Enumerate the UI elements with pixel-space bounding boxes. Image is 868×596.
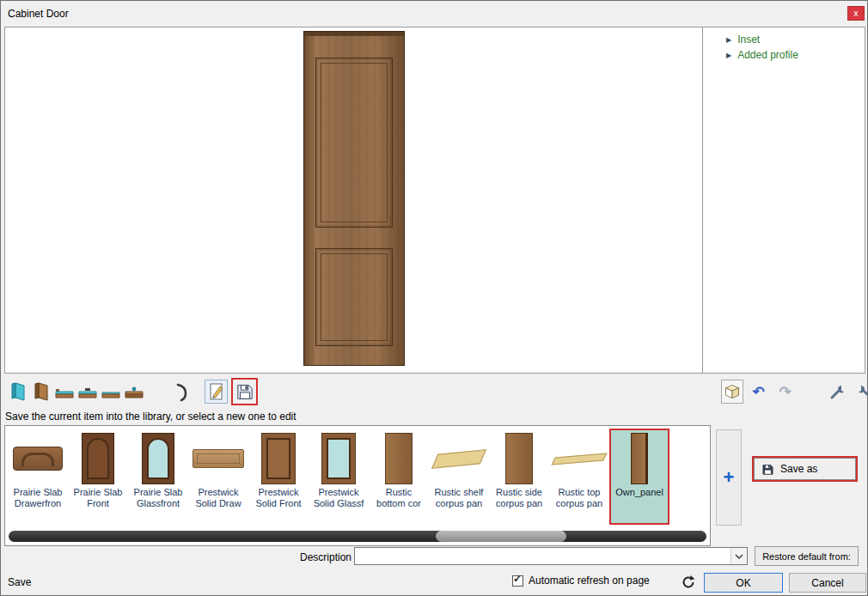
description-combobox[interactable] (354, 547, 748, 565)
tree-item-added-profile[interactable]: ▶ Added profile (703, 47, 865, 63)
tool-wrench-alt-icon[interactable] (853, 380, 868, 404)
library-item-label: Rustic top corpus pan (551, 487, 608, 509)
door-panel-bottom-inner (321, 253, 388, 341)
plus-icon: + (724, 466, 735, 489)
thumbnail-shelf-panel (429, 431, 489, 486)
library-item[interactable]: Prestwick Solid Front (248, 429, 309, 525)
thumbnail-door-front (248, 431, 309, 486)
library-item-label: Prestwick Solid Glassf (310, 487, 367, 509)
window-title: Cabinet Door (8, 8, 69, 20)
door-top-edge (304, 32, 404, 36)
tree-item-label: Added profile (737, 49, 798, 61)
thumbnail-panel (369, 431, 429, 486)
auto-refresh-group[interactable]: ✓ Automatic refresh on page (512, 575, 650, 587)
drawer-handle-icon[interactable] (76, 380, 99, 404)
library-item-label: Prairie Slab Glassfront (130, 487, 186, 509)
expand-arrow-icon[interactable]: ▶ (726, 36, 731, 44)
door-panel-top (315, 58, 393, 228)
library-item[interactable]: Rustic shelf corpus pan (429, 429, 489, 525)
add-item-button[interactable]: + (716, 429, 742, 526)
restore-default-button[interactable]: Restore default from: (755, 546, 859, 566)
library-item-label: Prestwick Solid Front (250, 487, 307, 509)
description-input[interactable] (355, 548, 730, 564)
profile-tree-panel: ▶ Inset ▶ Added profile (702, 27, 865, 374)
library-item-selected[interactable]: Own_panel (609, 429, 669, 525)
handle-icon[interactable] (169, 380, 193, 404)
door-panel-top-inner (321, 63, 388, 222)
library-item-label: Own_panel (611, 487, 668, 498)
drawer-knob-icon[interactable] (122, 380, 145, 404)
thumbnail-glass-front (128, 431, 188, 486)
thumbnail-own-panel (611, 431, 668, 486)
library-scrollbar-thumb[interactable] (436, 531, 566, 542)
library-item-label: Rustic bottom cor (370, 487, 427, 509)
refresh-icon[interactable] (676, 571, 700, 593)
thumbnail-glass-front (309, 431, 369, 486)
library-item[interactable]: Prairie Slab Front (68, 429, 128, 525)
auto-refresh-checkbox[interactable]: ✓ (512, 575, 523, 587)
tree-item-label: Inset (737, 33, 760, 46)
chevron-down-icon[interactable] (730, 548, 747, 564)
redo-icon[interactable]: ↷ (773, 380, 797, 404)
corpus-icon[interactable] (721, 380, 743, 404)
cancel-button[interactable]: Cancel (789, 573, 866, 593)
titlebar[interactable]: Cabinet Door x (1, 1, 867, 25)
save-icon-highlight (231, 378, 258, 405)
save-as-label: Save as (780, 463, 817, 475)
edit-item-icon[interactable] (205, 380, 228, 404)
tree-item-inset[interactable]: ▶ Inset (703, 32, 865, 47)
library-item[interactable]: Prairie Slab Drawerfron (8, 429, 68, 525)
library-item-label: Prairie Slab Drawerfron (9, 487, 66, 509)
cabinet-door-dialog: Cabinet Door x ▶ Inset ▶ Added profile (0, 0, 868, 596)
edit-toolbar (6, 379, 258, 404)
floppy-icon (761, 463, 774, 476)
thumbnail-panel (489, 431, 549, 486)
drawer-low-icon[interactable] (99, 380, 122, 404)
preview-area[interactable] (4, 27, 703, 374)
library-item[interactable]: Rustic top corpus pan (549, 429, 609, 525)
thumbnail-door-front (68, 431, 128, 486)
save-as-button[interactable]: Save as (754, 458, 856, 480)
glass-door-icon[interactable] (6, 380, 29, 404)
description-label: Description (293, 551, 351, 563)
view-toolbar: ↶ ↷ (721, 380, 868, 404)
drawer-front-icon[interactable] (52, 380, 76, 404)
auto-refresh-label: Automatic refresh on page (529, 575, 650, 587)
status-save-label: Save (8, 576, 31, 588)
library-item-label: Prairie Slab Front (70, 487, 126, 509)
library-item-label: Prestwick Solid Draw (190, 487, 247, 509)
library-item-row: Prairie Slab Drawerfron Prairie Slab Fro… (8, 429, 669, 525)
library-scrollbar[interactable] (9, 531, 706, 542)
save-as-highlight: Save as (752, 456, 858, 482)
close-button[interactable]: x (847, 6, 865, 21)
thumbnail-drawer-front (8, 431, 68, 486)
solid-door-icon[interactable] (29, 380, 52, 404)
cabinet-door-preview (303, 31, 405, 366)
library-item[interactable]: Prairie Slab Glassfront (128, 429, 188, 525)
library-instruction: Save the current item into the library, … (5, 411, 296, 423)
save-item-icon[interactable] (233, 380, 256, 404)
library-item[interactable]: Prestwick Solid Glassf (309, 429, 369, 525)
library-item-label: Rustic side corpus pan (491, 487, 547, 509)
thumbnail-drawer-front (188, 431, 248, 486)
library-item[interactable]: Rustic side corpus pan (489, 429, 549, 525)
thumbnail-shelf-panel (549, 431, 609, 486)
ok-button[interactable]: OK (704, 573, 783, 593)
tool-wrench-icon[interactable] (826, 380, 849, 404)
library-item[interactable]: Prestwick Solid Draw (188, 429, 248, 525)
expand-arrow-icon[interactable]: ▶ (726, 52, 731, 59)
library-panel: Prairie Slab Drawerfron Prairie Slab Fro… (4, 425, 711, 546)
undo-icon[interactable]: ↶ (747, 380, 770, 404)
door-panel-bottom (315, 248, 393, 346)
checkmark-icon: ✓ (513, 573, 522, 585)
library-item-label: Rustic shelf corpus pan (431, 487, 487, 509)
library-item[interactable]: Rustic bottom cor (369, 429, 429, 525)
